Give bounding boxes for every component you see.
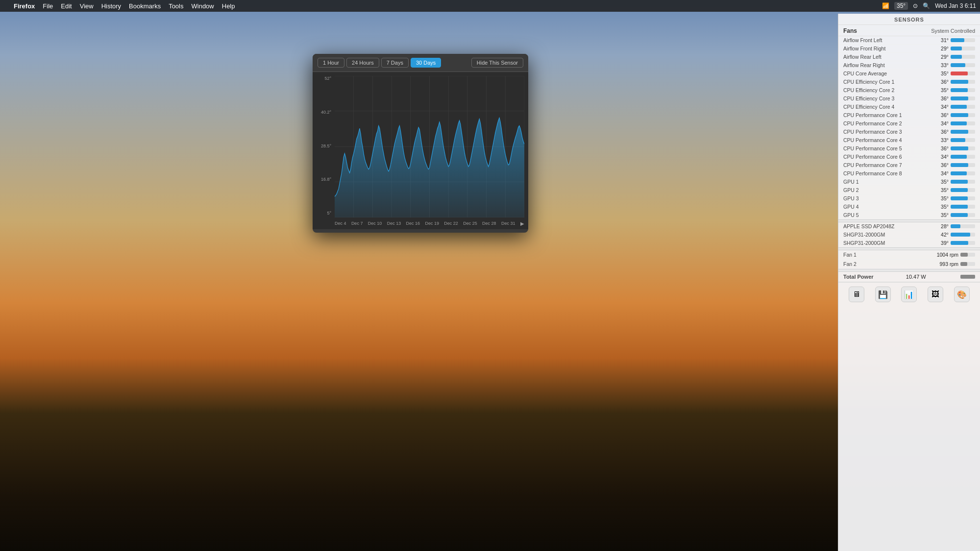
- sensor-bar-container-4: [951, 72, 975, 75]
- sensor-name-16: CPU Performance Core 8: [843, 170, 935, 176]
- storage-row-2: SHGP31-2000GM 39°: [838, 239, 980, 247]
- fan-row-0: Fan 1 1004 rpm: [838, 250, 980, 260]
- menu-view[interactable]: View: [80, 2, 94, 10]
- time-btn-24hours[interactable]: 24 Hours: [346, 58, 379, 68]
- sensor-name-2: Airflow Rear Left: [843, 54, 935, 60]
- sensor-icon-display[interactable]: 🖥: [849, 287, 864, 302]
- sensor-bar-container-11: [951, 130, 975, 134]
- sensor-bar-container-0: [951, 38, 975, 42]
- sensor-value-14: 34°: [935, 154, 949, 160]
- y-label-16: 16.8°: [313, 177, 333, 182]
- sensor-bar-9: [951, 113, 968, 117]
- menu-window[interactable]: Window: [192, 2, 214, 10]
- x-label-dec31: Dec 31: [501, 221, 515, 226]
- sensor-row-17: GPU 1 35°: [838, 178, 980, 186]
- sensor-name-11: CPU Performance Core 3: [843, 129, 935, 135]
- datetime-display: Wed Jan 3 6:11: [935, 2, 976, 9]
- sensor-bar-container-20: [951, 205, 975, 209]
- hide-sensor-button[interactable]: Hide This Sensor: [471, 58, 523, 68]
- sensor-bar-17: [951, 180, 968, 184]
- sensor-icon-image[interactable]: 🖼: [928, 287, 943, 302]
- sensor-name-21: GPU 5: [843, 212, 935, 218]
- fan-bar-1: [960, 262, 967, 266]
- sensor-bar-container-15: [951, 163, 975, 167]
- sensor-name-14: CPU Performance Core 6: [843, 154, 935, 160]
- sensor-row-0: Airflow Front Left 31°: [838, 36, 980, 45]
- time-btn-30days[interactable]: 30 Days: [411, 58, 441, 68]
- sensor-row-5: CPU Efficiency Core 1 36°: [838, 78, 980, 86]
- search-icon[interactable]: 🔍: [923, 2, 930, 9]
- sensor-value-6: 35°: [935, 87, 949, 93]
- menu-tools[interactable]: Tools: [169, 2, 183, 10]
- app-name[interactable]: Firefox: [14, 2, 35, 10]
- sensor-bar-container-21: [951, 213, 975, 217]
- sensor-bar-5: [951, 80, 968, 84]
- sensor-name-20: GPU 4: [843, 204, 935, 210]
- sensor-bar-7: [951, 96, 968, 100]
- sensor-name-5: CPU Efficiency Core 1: [843, 79, 935, 85]
- cpu-temp-display[interactable]: 35°: [894, 2, 908, 10]
- sensor-bar-8: [951, 105, 967, 109]
- sensor-rows-container: Airflow Front Left 31° Airflow Front Rig…: [838, 36, 980, 219]
- chart-area: 52° 40.2° 28.5° 16.8° 5°: [313, 72, 528, 217]
- menu-history[interactable]: History: [101, 2, 121, 10]
- wifi-icon: ⊙: [913, 2, 918, 9]
- menu-help[interactable]: Help: [222, 2, 235, 10]
- fan-rpm-container: Fan 1 1004 rpm Fan 2 993 rpm: [838, 250, 980, 269]
- sensor-value-12: 33°: [935, 137, 949, 143]
- fan-value-0: 1004 rpm: [929, 252, 958, 258]
- sensor-bar-container-13: [951, 146, 975, 150]
- sensor-row-1: Airflow Front Right 29°: [838, 45, 980, 53]
- sensor-bar-20: [951, 205, 968, 209]
- storage-bar-0: [951, 224, 960, 228]
- sensor-row-20: GPU 4 35°: [838, 203, 980, 211]
- sensor-row-3: Airflow Rear Right 33°: [838, 61, 980, 70]
- sensor-bar-1: [951, 47, 962, 50]
- storage-name-2: SHGP31-2000GM: [843, 240, 935, 246]
- sensor-icon-chart[interactable]: 📊: [901, 287, 917, 302]
- sensor-row-2: Airflow Rear Left 29°: [838, 53, 980, 61]
- sensor-name-18: GPU 2: [843, 187, 935, 193]
- sensor-bar-container-16: [951, 171, 975, 175]
- time-btn-1hour[interactable]: 1 Hour: [318, 58, 344, 68]
- time-btn-7days[interactable]: 7 Days: [381, 58, 409, 68]
- sensor-row-7: CPU Efficiency Core 3 36°: [838, 95, 980, 103]
- storage-name-1: SHGP31-2000GM: [843, 232, 935, 238]
- sensor-name-13: CPU Performance Core 5: [843, 145, 935, 151]
- chart-y-labels: 52° 40.2° 28.5° 16.8° 5°: [313, 76, 333, 217]
- storage-bar-container-2: [951, 241, 975, 245]
- sensor-bar-2: [951, 55, 962, 59]
- sensor-bar-container-2: [951, 55, 975, 59]
- sensor-bar-12: [951, 138, 965, 142]
- chart-svg: [335, 76, 524, 217]
- sensor-row-14: CPU Performance Core 6 34°: [838, 153, 980, 161]
- storage-row-0: APPLE SSD AP2048Z 28°: [838, 222, 980, 231]
- sensor-bar-19: [951, 196, 968, 200]
- sensor-value-17: 35°: [935, 179, 949, 185]
- fan-value-1: 993 rpm: [929, 261, 958, 267]
- y-label-52: 52°: [313, 76, 333, 81]
- sensor-bar-container-6: [951, 88, 975, 92]
- sensor-value-13: 36°: [935, 145, 949, 151]
- sensor-icon-storage[interactable]: 💾: [875, 287, 891, 302]
- x-label-dec25: Dec 25: [463, 221, 477, 226]
- menu-edit[interactable]: Edit: [61, 2, 72, 10]
- sensor-bar-container-1: [951, 47, 975, 50]
- storage-value-2: 39°: [935, 240, 949, 246]
- menu-bookmarks[interactable]: Bookmarks: [129, 2, 161, 10]
- sensor-name-0: Airflow Front Left: [843, 37, 935, 43]
- sensor-value-19: 35°: [935, 195, 949, 201]
- sensor-row-6: CPU Efficiency Core 2 35°: [838, 86, 980, 95]
- total-power-bar: [960, 275, 975, 279]
- chart-scroll-button[interactable]: ▶: [520, 221, 524, 226]
- sensor-row-8: CPU Efficiency Core 4 34°: [838, 103, 980, 111]
- sensor-icon-palette[interactable]: 🎨: [954, 287, 970, 302]
- sensors-icon-row: 🖥 💾 📊 🖼 🎨: [838, 282, 980, 306]
- sensor-bar-container-10: [951, 121, 975, 125]
- menu-file[interactable]: File: [43, 2, 53, 10]
- sensor-bar-6: [951, 88, 968, 92]
- sensor-bar-18: [951, 188, 968, 192]
- sensor-name-19: GPU 3: [843, 195, 935, 201]
- fan-name-1: Fan 2: [843, 261, 929, 267]
- sensor-value-0: 31°: [935, 37, 949, 43]
